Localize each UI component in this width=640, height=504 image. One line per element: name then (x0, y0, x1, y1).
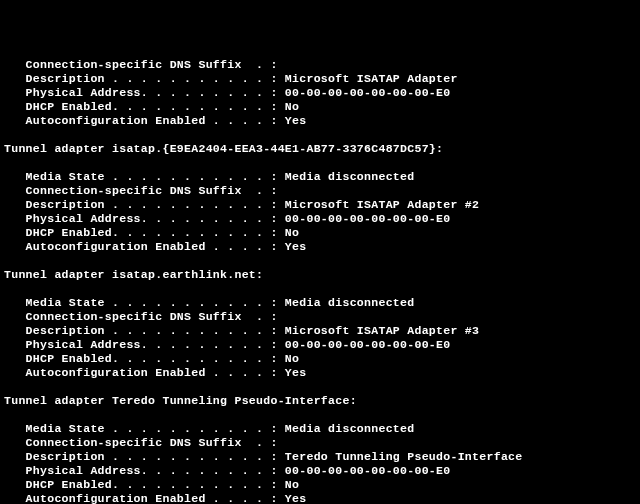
adapter-field: Connection-specific DNS Suffix . : (4, 310, 636, 324)
adapter-field: DHCP Enabled. . . . . . . . . . . : No (4, 478, 636, 492)
adapter-field: Physical Address. . . . . . . . . : 00-0… (4, 212, 636, 226)
adapter-field: Connection-specific DNS Suffix . : (4, 58, 636, 72)
adapter-field: Media State . . . . . . . . . . . : Medi… (4, 170, 636, 184)
adapter-header: Tunnel adapter Teredo Tunneling Pseudo-I… (4, 394, 636, 408)
terminal-output: Connection-specific DNS Suffix . : Descr… (4, 58, 636, 504)
blank-line (4, 408, 636, 422)
adapter-field: Description . . . . . . . . . . . : Micr… (4, 72, 636, 86)
adapter-field: Description . . . . . . . . . . . : Tere… (4, 450, 636, 464)
blank-line (4, 128, 636, 142)
adapter-field: Description . . . . . . . . . . . : Micr… (4, 324, 636, 338)
adapter-field: Connection-specific DNS Suffix . : (4, 436, 636, 450)
adapter-field: Autoconfiguration Enabled . . . . : Yes (4, 114, 636, 128)
adapter-field: Connection-specific DNS Suffix . : (4, 184, 636, 198)
adapter-field: Description . . . . . . . . . . . : Micr… (4, 198, 636, 212)
blank-line (4, 254, 636, 268)
adapter-field: DHCP Enabled. . . . . . . . . . . : No (4, 352, 636, 366)
adapter-field: Physical Address. . . . . . . . . : 00-0… (4, 86, 636, 100)
blank-line (4, 282, 636, 296)
blank-line (4, 380, 636, 394)
adapter-field: Autoconfiguration Enabled . . . . : Yes (4, 366, 636, 380)
adapter-field: DHCP Enabled. . . . . . . . . . . : No (4, 226, 636, 240)
adapter-header: Tunnel adapter isatap.earthlink.net: (4, 268, 636, 282)
adapter-field: Autoconfiguration Enabled . . . . : Yes (4, 240, 636, 254)
adapter-field: Media State . . . . . . . . . . . : Medi… (4, 296, 636, 310)
adapter-field: Physical Address. . . . . . . . . : 00-0… (4, 464, 636, 478)
adapter-field: Physical Address. . . . . . . . . : 00-0… (4, 338, 636, 352)
adapter-field: DHCP Enabled. . . . . . . . . . . : No (4, 100, 636, 114)
adapter-field: Autoconfiguration Enabled . . . . : Yes (4, 492, 636, 504)
adapter-header: Tunnel adapter isatap.{E9EA2404-EEA3-44E… (4, 142, 636, 156)
adapter-field: Media State . . . . . . . . . . . : Medi… (4, 422, 636, 436)
blank-line (4, 156, 636, 170)
